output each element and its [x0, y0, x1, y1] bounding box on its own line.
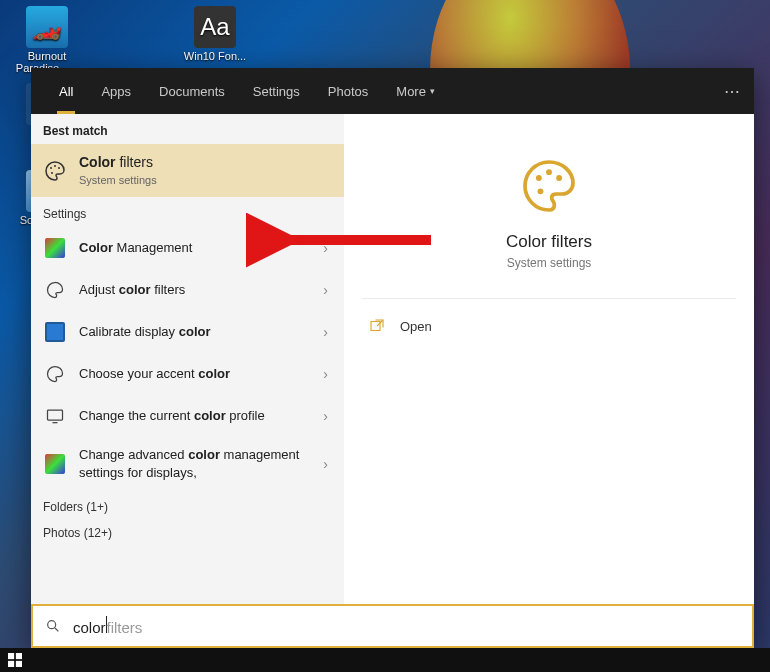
svg-rect-18: [16, 661, 22, 667]
result-change-color-profile[interactable]: Change the current color profile ›: [31, 395, 344, 437]
tab-label: More: [396, 84, 426, 99]
tab-photos[interactable]: Photos: [314, 68, 382, 114]
svg-point-7: [546, 169, 552, 175]
svg-point-1: [54, 165, 56, 167]
svg-line-12: [55, 628, 58, 631]
detail-pane: Color filters System settings Open: [344, 114, 754, 604]
chevron-down-icon: ▾: [430, 86, 435, 96]
result-adjust-color-filters[interactable]: Adjust color filters ›: [31, 269, 344, 311]
result-title: Calibrate display color: [79, 324, 319, 340]
search-tabbar: All Apps Documents Settings Photos More▾…: [31, 68, 754, 114]
result-title: Color Management: [79, 240, 319, 256]
palette-icon: [517, 154, 581, 218]
chevron-right-icon: ›: [319, 456, 332, 472]
tab-label: All: [59, 84, 73, 99]
tab-label: Settings: [253, 84, 300, 99]
svg-rect-15: [8, 653, 14, 659]
palette-icon: [43, 362, 67, 386]
result-calibrate-display[interactable]: Calibrate display color ›: [31, 311, 344, 353]
best-match-title: Color filters: [79, 154, 332, 172]
svg-point-9: [538, 188, 544, 194]
tab-settings[interactable]: Settings: [239, 68, 314, 114]
open-icon: [366, 315, 388, 337]
color-mgmt-icon: [43, 452, 67, 476]
chevron-right-icon: ›: [319, 282, 332, 298]
tab-label: Photos: [328, 84, 368, 99]
search-body: Best match Color filters System settings…: [31, 114, 754, 604]
game-icon: 🏎️: [26, 6, 68, 48]
search-icon: [33, 618, 73, 634]
desktop-icon-fonts[interactable]: Aa Win10 Fon...: [180, 6, 250, 62]
section-settings: Settings: [31, 197, 344, 227]
desktop-icon-label: Win10 Fon...: [180, 50, 250, 62]
display-icon: [43, 404, 67, 428]
color-mgmt-icon: [43, 236, 67, 260]
font-icon: Aa: [194, 6, 236, 48]
desktop-icon-burnout[interactable]: 🏎️ Burnout Paradise - ...: [12, 6, 82, 74]
monitor-icon: [43, 320, 67, 344]
category-photos[interactable]: Photos (12+): [43, 520, 332, 546]
chevron-right-icon: ›: [319, 408, 332, 424]
svg-rect-17: [8, 661, 14, 667]
search-bar[interactable]: color filters: [31, 604, 754, 648]
result-title: Change advanced color management setting…: [79, 446, 319, 481]
result-advanced-color-mgmt[interactable]: Change advanced color management setting…: [31, 437, 344, 490]
best-match-subtitle: System settings: [79, 174, 332, 188]
taskbar: [0, 648, 770, 672]
svg-point-11: [48, 621, 56, 629]
best-match-row[interactable]: Color filters System settings: [31, 144, 344, 197]
tab-all[interactable]: All: [45, 68, 87, 114]
overflow-menu-button[interactable]: ⋯: [724, 68, 742, 114]
svg-rect-16: [16, 653, 22, 659]
start-button[interactable]: [0, 648, 30, 672]
search-suggestion-ghost: filters: [107, 619, 143, 636]
search-panel: All Apps Documents Settings Photos More▾…: [31, 68, 754, 648]
result-title: Adjust color filters: [79, 282, 319, 298]
best-match-text: Color filters System settings: [79, 154, 332, 187]
chevron-right-icon: ›: [319, 366, 332, 382]
divider: [362, 298, 736, 299]
svg-point-6: [536, 175, 542, 181]
chevron-right-icon: ›: [319, 324, 332, 340]
category-links: Folders (1+) Photos (12+): [31, 490, 344, 550]
tab-label: Apps: [101, 84, 131, 99]
tab-apps[interactable]: Apps: [87, 68, 145, 114]
svg-point-2: [58, 167, 60, 169]
search-typed-text: color: [73, 619, 106, 636]
result-title: Choose your accent color: [79, 366, 319, 382]
open-action[interactable]: Open: [362, 309, 736, 343]
tab-more[interactable]: More▾: [382, 68, 449, 114]
svg-rect-10: [371, 322, 380, 331]
svg-point-8: [556, 175, 562, 181]
results-column: Best match Color filters System settings…: [31, 114, 344, 604]
tab-documents[interactable]: Documents: [145, 68, 239, 114]
detail-subtitle: System settings: [507, 256, 592, 270]
result-accent-color[interactable]: Choose your accent color ›: [31, 353, 344, 395]
section-best-match: Best match: [31, 114, 344, 144]
chevron-right-icon: ›: [319, 240, 332, 256]
result-title: Change the current color profile: [79, 408, 319, 424]
result-color-management[interactable]: Color Management ›: [31, 227, 344, 269]
search-bar-wrap: color filters: [31, 604, 754, 648]
svg-rect-4: [48, 410, 63, 420]
tab-label: Documents: [159, 84, 225, 99]
palette-icon: [43, 159, 67, 183]
svg-point-3: [51, 172, 53, 174]
open-label: Open: [400, 319, 432, 334]
svg-point-0: [50, 167, 52, 169]
palette-icon: [43, 278, 67, 302]
category-folders[interactable]: Folders (1+): [43, 494, 332, 520]
detail-title: Color filters: [506, 232, 592, 252]
